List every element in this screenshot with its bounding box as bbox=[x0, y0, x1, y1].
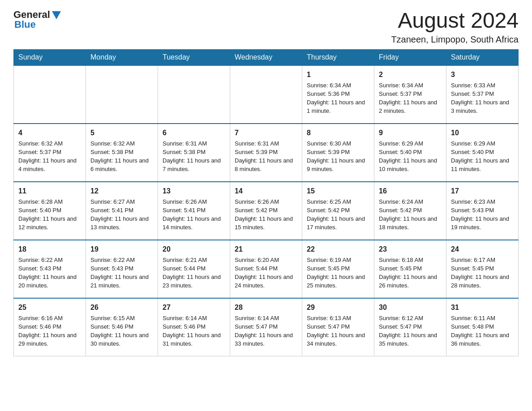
day-info: Sunrise: 6:22 AM Sunset: 5:43 PM Dayligh… bbox=[90, 256, 153, 290]
month-year-title: August 2024 bbox=[391, 9, 519, 33]
day-info: Sunrise: 6:17 AM Sunset: 5:45 PM Dayligh… bbox=[451, 256, 514, 290]
calendar-cell: 4Sunrise: 6:32 AM Sunset: 5:37 PM Daylig… bbox=[14, 124, 86, 182]
day-number: 26 bbox=[90, 302, 153, 313]
day-number: 12 bbox=[90, 186, 153, 196]
day-number: 15 bbox=[307, 186, 369, 196]
day-info: Sunrise: 6:24 AM Sunset: 5:42 PM Dayligh… bbox=[379, 198, 442, 231]
calendar-cell: 25Sunrise: 6:16 AM Sunset: 5:46 PM Dayli… bbox=[14, 298, 86, 356]
day-info: Sunrise: 6:25 AM Sunset: 5:42 PM Dayligh… bbox=[307, 198, 369, 231]
day-info: Sunrise: 6:22 AM Sunset: 5:43 PM Dayligh… bbox=[18, 256, 81, 290]
day-info: Sunrise: 6:29 AM Sunset: 5:40 PM Dayligh… bbox=[379, 140, 442, 173]
day-info: Sunrise: 6:19 AM Sunset: 5:45 PM Dayligh… bbox=[307, 256, 369, 290]
calendar-cell: 14Sunrise: 6:26 AM Sunset: 5:42 PM Dayli… bbox=[230, 182, 302, 240]
calendar-week-4: 18Sunrise: 6:22 AM Sunset: 5:43 PM Dayli… bbox=[14, 240, 519, 298]
calendar-cell bbox=[14, 65, 86, 124]
weekday-header-wednesday: Wednesday bbox=[230, 49, 302, 65]
calendar-week-5: 25Sunrise: 6:16 AM Sunset: 5:46 PM Dayli… bbox=[14, 298, 519, 356]
calendar-cell: 23Sunrise: 6:18 AM Sunset: 5:45 PM Dayli… bbox=[374, 240, 446, 298]
weekday-header-row: SundayMondayTuesdayWednesdayThursdayFrid… bbox=[14, 49, 519, 65]
calendar-cell: 18Sunrise: 6:22 AM Sunset: 5:43 PM Dayli… bbox=[14, 240, 86, 298]
day-number: 16 bbox=[379, 186, 442, 196]
calendar-header: SundayMondayTuesdayWednesdayThursdayFrid… bbox=[14, 49, 519, 65]
calendar-cell: 31Sunrise: 6:11 AM Sunset: 5:48 PM Dayli… bbox=[446, 298, 519, 356]
calendar-cell: 30Sunrise: 6:12 AM Sunset: 5:47 PM Dayli… bbox=[374, 298, 446, 356]
calendar-cell: 24Sunrise: 6:17 AM Sunset: 5:45 PM Dayli… bbox=[446, 240, 519, 298]
day-number: 25 bbox=[18, 302, 81, 313]
calendar-cell bbox=[86, 65, 158, 124]
page-header: General Blue August 2024 Tzaneen, Limpop… bbox=[13, 9, 519, 45]
day-number: 4 bbox=[18, 128, 81, 138]
day-info: Sunrise: 6:26 AM Sunset: 5:41 PM Dayligh… bbox=[163, 198, 225, 231]
calendar-table: SundayMondayTuesdayWednesdayThursdayFrid… bbox=[13, 49, 519, 357]
calendar-cell: 9Sunrise: 6:29 AM Sunset: 5:40 PM Daylig… bbox=[374, 124, 446, 182]
day-info: Sunrise: 6:16 AM Sunset: 5:46 PM Dayligh… bbox=[18, 314, 81, 348]
day-number: 19 bbox=[90, 244, 153, 254]
day-info: Sunrise: 6:29 AM Sunset: 5:40 PM Dayligh… bbox=[451, 140, 514, 173]
calendar-cell: 5Sunrise: 6:32 AM Sunset: 5:38 PM Daylig… bbox=[86, 124, 158, 182]
weekday-header-tuesday: Tuesday bbox=[158, 49, 230, 65]
day-info: Sunrise: 6:34 AM Sunset: 5:37 PM Dayligh… bbox=[379, 81, 442, 115]
logo: General Blue bbox=[13, 9, 61, 30]
calendar-cell: 6Sunrise: 6:31 AM Sunset: 5:38 PM Daylig… bbox=[158, 124, 230, 182]
day-info: Sunrise: 6:15 AM Sunset: 5:46 PM Dayligh… bbox=[90, 314, 153, 348]
day-info: Sunrise: 6:26 AM Sunset: 5:42 PM Dayligh… bbox=[235, 198, 297, 231]
day-info: Sunrise: 6:34 AM Sunset: 5:36 PM Dayligh… bbox=[307, 81, 369, 115]
day-number: 9 bbox=[379, 128, 442, 138]
day-number: 20 bbox=[163, 244, 225, 254]
day-number: 27 bbox=[163, 302, 225, 313]
day-number: 28 bbox=[235, 302, 297, 313]
calendar-week-3: 11Sunrise: 6:28 AM Sunset: 5:40 PM Dayli… bbox=[14, 182, 519, 240]
day-number: 31 bbox=[451, 302, 514, 313]
calendar-cell: 26Sunrise: 6:15 AM Sunset: 5:46 PM Dayli… bbox=[86, 298, 158, 356]
calendar-cell: 12Sunrise: 6:27 AM Sunset: 5:41 PM Dayli… bbox=[86, 182, 158, 240]
calendar-cell: 8Sunrise: 6:30 AM Sunset: 5:39 PM Daylig… bbox=[302, 124, 374, 182]
day-number: 10 bbox=[451, 128, 514, 138]
calendar-cell bbox=[230, 65, 302, 124]
day-number: 21 bbox=[235, 244, 297, 254]
day-info: Sunrise: 6:18 AM Sunset: 5:45 PM Dayligh… bbox=[379, 256, 442, 290]
weekday-header-friday: Friday bbox=[374, 49, 446, 65]
day-info: Sunrise: 6:31 AM Sunset: 5:39 PM Dayligh… bbox=[235, 140, 297, 173]
logo-arrow-icon bbox=[52, 11, 61, 19]
day-info: Sunrise: 6:23 AM Sunset: 5:43 PM Dayligh… bbox=[451, 198, 514, 231]
logo-blue-text: Blue bbox=[14, 19, 36, 30]
day-info: Sunrise: 6:11 AM Sunset: 5:48 PM Dayligh… bbox=[451, 314, 514, 348]
calendar-cell: 15Sunrise: 6:25 AM Sunset: 5:42 PM Dayli… bbox=[302, 182, 374, 240]
calendar-cell: 28Sunrise: 6:14 AM Sunset: 5:47 PM Dayli… bbox=[230, 298, 302, 356]
day-number: 6 bbox=[163, 128, 225, 138]
weekday-header-monday: Monday bbox=[86, 49, 158, 65]
day-number: 23 bbox=[379, 244, 442, 254]
calendar-cell: 3Sunrise: 6:33 AM Sunset: 5:37 PM Daylig… bbox=[446, 65, 519, 124]
day-number: 7 bbox=[235, 128, 297, 138]
day-info: Sunrise: 6:14 AM Sunset: 5:47 PM Dayligh… bbox=[235, 314, 297, 348]
calendar-cell: 7Sunrise: 6:31 AM Sunset: 5:39 PM Daylig… bbox=[230, 124, 302, 182]
calendar-cell: 10Sunrise: 6:29 AM Sunset: 5:40 PM Dayli… bbox=[446, 124, 519, 182]
calendar-week-2: 4Sunrise: 6:32 AM Sunset: 5:37 PM Daylig… bbox=[14, 124, 519, 182]
day-info: Sunrise: 6:21 AM Sunset: 5:44 PM Dayligh… bbox=[163, 256, 225, 290]
day-info: Sunrise: 6:20 AM Sunset: 5:44 PM Dayligh… bbox=[235, 256, 297, 290]
day-info: Sunrise: 6:33 AM Sunset: 5:37 PM Dayligh… bbox=[451, 81, 514, 115]
calendar-cell: 16Sunrise: 6:24 AM Sunset: 5:42 PM Dayli… bbox=[374, 182, 446, 240]
day-number: 22 bbox=[307, 244, 369, 254]
day-number: 13 bbox=[163, 186, 225, 196]
day-info: Sunrise: 6:32 AM Sunset: 5:37 PM Dayligh… bbox=[18, 140, 81, 173]
day-info: Sunrise: 6:14 AM Sunset: 5:46 PM Dayligh… bbox=[163, 314, 225, 348]
calendar-cell: 22Sunrise: 6:19 AM Sunset: 5:45 PM Dayli… bbox=[302, 240, 374, 298]
day-info: Sunrise: 6:27 AM Sunset: 5:41 PM Dayligh… bbox=[90, 198, 153, 231]
calendar-cell: 17Sunrise: 6:23 AM Sunset: 5:43 PM Dayli… bbox=[446, 182, 519, 240]
calendar-cell: 19Sunrise: 6:22 AM Sunset: 5:43 PM Dayli… bbox=[86, 240, 158, 298]
location-text: Tzaneen, Limpopo, South Africa bbox=[391, 34, 519, 45]
calendar-cell: 20Sunrise: 6:21 AM Sunset: 5:44 PM Dayli… bbox=[158, 240, 230, 298]
calendar-cell: 21Sunrise: 6:20 AM Sunset: 5:44 PM Dayli… bbox=[230, 240, 302, 298]
calendar-cell: 29Sunrise: 6:13 AM Sunset: 5:47 PM Dayli… bbox=[302, 298, 374, 356]
day-info: Sunrise: 6:28 AM Sunset: 5:40 PM Dayligh… bbox=[18, 198, 81, 231]
day-number: 2 bbox=[379, 69, 442, 80]
day-number: 24 bbox=[451, 244, 514, 254]
calendar-cell: 13Sunrise: 6:26 AM Sunset: 5:41 PM Dayli… bbox=[158, 182, 230, 240]
calendar-cell: 27Sunrise: 6:14 AM Sunset: 5:46 PM Dayli… bbox=[158, 298, 230, 356]
day-number: 3 bbox=[451, 69, 514, 80]
weekday-header-sunday: Sunday bbox=[14, 49, 86, 65]
day-number: 5 bbox=[90, 128, 153, 138]
calendar-body: 1Sunrise: 6:34 AM Sunset: 5:36 PM Daylig… bbox=[14, 65, 519, 356]
day-info: Sunrise: 6:13 AM Sunset: 5:47 PM Dayligh… bbox=[307, 314, 369, 348]
